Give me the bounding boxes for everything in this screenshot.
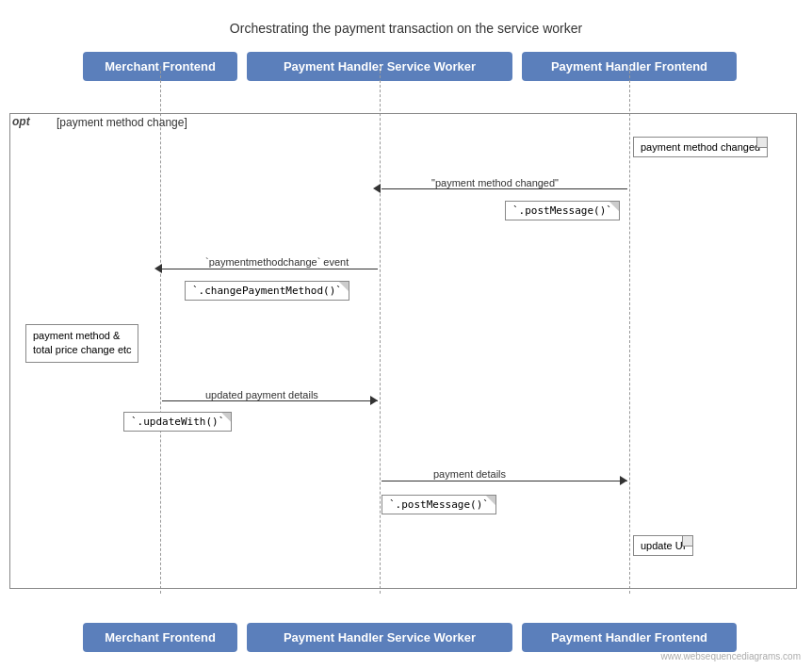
diagram-container: Orchestrating the payment transaction on…: [0, 0, 812, 669]
opt-label: opt: [12, 115, 30, 128]
arrow1-arrowhead: [373, 184, 381, 193]
arrow4-label: payment details: [433, 468, 506, 480]
arrow1-label: "payment method changed": [431, 177, 559, 188]
arrow2-label: `paymentmethodchange` event: [205, 256, 349, 268]
arrow2-arrowhead: [154, 264, 162, 273]
method-updatewith: `.updateWith()`: [123, 412, 232, 432]
arrow3-line: [162, 400, 378, 401]
method-changepaymentmethod: `.changePaymentMethod()`: [185, 281, 349, 301]
actor-merchant-bottom: Merchant Frontend: [83, 623, 237, 652]
arrow1-line: [382, 188, 627, 189]
arrow4-arrowhead: [620, 476, 627, 485]
actor-frontend-bottom: Payment Handler Frontend: [522, 623, 737, 652]
note-update-ui: update UI: [633, 535, 693, 556]
diagram-title: Orchestrating the payment transaction on…: [0, 9, 812, 43]
arrow4-line: [382, 481, 627, 481]
actor-serviceworker-bottom: Payment Handler Service Worker: [247, 623, 512, 652]
arrow2-line: [162, 269, 378, 269]
opt-condition: [payment method change]: [57, 116, 187, 129]
method-postmessage-2: `.postMessage()`: [382, 495, 496, 514]
watermark: www.websequencediagrams.com: [661, 651, 801, 661]
arrow3-label: updated payment details: [205, 389, 318, 400]
method-postmessage-1: `.postMessage()`: [505, 201, 620, 220]
note-total-price-change: payment method &total price change etc: [25, 324, 138, 363]
arrow3-arrowhead: [370, 396, 378, 405]
note-payment-method-changed: payment method changed: [633, 137, 768, 157]
